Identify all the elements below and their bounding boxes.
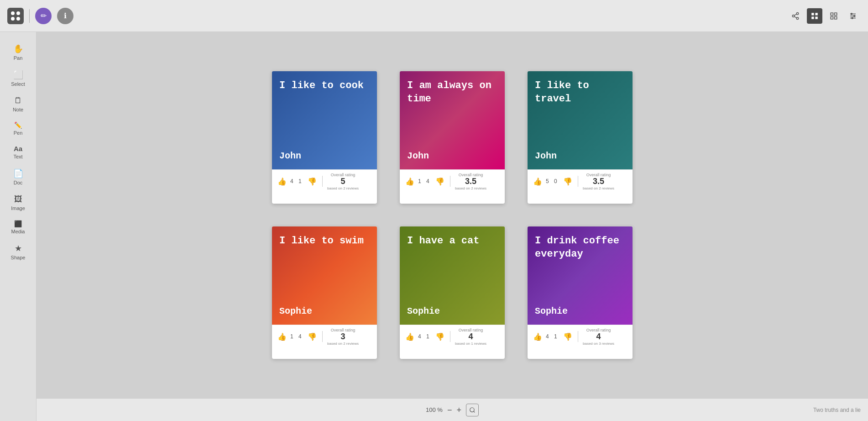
thumbs-up-count: 5 xyxy=(546,178,551,184)
sidebar: ✋ Pan ⬜ Select 🗒 Note ✏️ Pen Aa Text 📄 D… xyxy=(0,32,37,421)
footer-divider xyxy=(322,331,323,342)
doc-icon: 📄 xyxy=(13,168,23,179)
thumbs-up-button[interactable]: 👍 xyxy=(277,176,288,187)
svg-point-17 xyxy=(854,15,855,16)
thumbs-down-button[interactable]: 👎 xyxy=(562,176,573,187)
sidebar-item-note[interactable]: 🗒 Note xyxy=(4,93,33,115)
app-logo[interactable] xyxy=(7,8,24,24)
sidebar-label-shape: Shape xyxy=(11,255,26,260)
thumbs-up-button[interactable]: 👍 xyxy=(404,332,415,342)
card-image: I have a cat Sophie xyxy=(400,226,505,325)
svg-rect-5 xyxy=(811,13,814,15)
card-author: Sophie xyxy=(407,306,497,316)
share-button[interactable] xyxy=(788,8,803,24)
info-icon[interactable]: ℹ xyxy=(57,8,73,24)
rating-value: 3.5 xyxy=(465,177,476,186)
svg-point-16 xyxy=(851,13,852,15)
card-image: I am always on time John xyxy=(400,71,505,169)
sidebar-item-pen[interactable]: ✏️ Pen xyxy=(4,119,33,138)
thumbs-down-button[interactable]: 👎 xyxy=(307,332,318,342)
card-footer: 👍 4 1 👎 Overall rating 5 based on 2 revi… xyxy=(272,169,377,193)
image-icon: 🖼 xyxy=(14,195,22,204)
card-image: I like to cook John xyxy=(272,71,377,169)
card-image: I like to travel John xyxy=(528,71,633,169)
top-bar-right xyxy=(788,8,861,24)
sidebar-label-pan: Pan xyxy=(14,55,23,61)
settings-button[interactable] xyxy=(845,8,861,24)
card-footer: 👍 4 1 👎 Overall rating 4 based on 1 revi… xyxy=(400,325,505,348)
rating-block: Overall rating 4 based on 1 reviews xyxy=(455,328,486,346)
card-title: I like to cook xyxy=(279,79,370,93)
logo-dot xyxy=(16,11,20,15)
sidebar-item-shape[interactable]: ★ Shape xyxy=(4,241,33,263)
card-card-1[interactable]: I like to cook John 👍 4 1 👎 Overall rati… xyxy=(272,71,377,204)
zoom-in-button[interactable]: + xyxy=(456,406,461,414)
svg-point-18 xyxy=(852,17,853,19)
footer-divider xyxy=(450,176,450,187)
thumbs-up-button[interactable]: 👍 xyxy=(532,176,543,187)
rating-reviews: based on 1 reviews xyxy=(455,342,486,346)
zoom-out-button[interactable]: − xyxy=(447,406,452,414)
rating-block: Overall rating 4 based on 3 reviews xyxy=(583,328,614,346)
rating-reviews: based on 2 reviews xyxy=(327,342,359,346)
logo-dot xyxy=(16,17,20,21)
footer-divider xyxy=(578,176,578,187)
card-title: I like to travel xyxy=(535,79,625,105)
pan-icon: ✋ xyxy=(13,44,23,54)
thumbs-down-button[interactable]: 👎 xyxy=(562,332,573,342)
thumbs-down-button[interactable]: 👎 xyxy=(434,332,445,342)
thumbs-up-count: 4 xyxy=(418,333,424,340)
thumbs-up-count: 4 xyxy=(546,333,551,340)
sidebar-item-media[interactable]: ⬛ Media xyxy=(4,217,33,237)
thumbs-up-button[interactable]: 👍 xyxy=(277,332,288,342)
card-author: Sophie xyxy=(279,306,370,316)
note-icon: 🗒 xyxy=(14,96,22,105)
thumbs-down-button[interactable]: 👎 xyxy=(307,176,318,187)
sidebar-item-image[interactable]: 🖼 Image xyxy=(4,192,33,214)
card-image: I drink coffee everyday Sophie xyxy=(528,226,633,325)
cards-grid: I like to cook John 👍 4 1 👎 Overall rati… xyxy=(272,71,633,359)
app-title-label: Two truths and a lie xyxy=(813,407,861,413)
sidebar-label-image: Image xyxy=(11,205,25,211)
svg-point-2 xyxy=(796,17,799,20)
card-card-3[interactable]: I like to travel John 👍 5 0 👎 Overall ra… xyxy=(528,71,633,204)
svg-rect-6 xyxy=(816,13,818,15)
pen-icon: ✏️ xyxy=(14,121,22,129)
card-card-2[interactable]: I am always on time John 👍 1 4 👎 Overall… xyxy=(400,71,505,204)
card-title: I have a cat xyxy=(407,235,497,248)
rating-value: 3 xyxy=(340,332,345,342)
sidebar-label-media: Media xyxy=(11,229,25,234)
sidebar-item-text[interactable]: Aa Text xyxy=(4,142,33,162)
card-footer: 👍 1 4 👎 Overall rating 3 based on 2 revi… xyxy=(272,325,377,348)
svg-point-19 xyxy=(470,407,474,411)
card-image: I like to swim Sophie xyxy=(272,226,377,325)
rating-reviews: based on 2 reviews xyxy=(455,186,486,190)
card-author: John xyxy=(407,151,497,161)
card-card-5[interactable]: I have a cat Sophie 👍 4 1 👎 Overall rati… xyxy=(400,226,505,359)
thumbs-up-button[interactable]: 👍 xyxy=(404,176,415,187)
thumbs-down-count: 4 xyxy=(426,178,432,184)
thumbs-down-button[interactable]: 👎 xyxy=(434,176,445,187)
thumbs-up-count: 4 xyxy=(290,178,296,184)
top-bar: ✏ ℹ xyxy=(0,0,868,32)
divider xyxy=(29,9,30,23)
top-bar-left: ✏ ℹ xyxy=(7,8,73,24)
card-card-6[interactable]: I drink coffee everyday Sophie 👍 4 1 👎 O… xyxy=(528,226,633,359)
sidebar-item-doc[interactable]: 📄 Doc xyxy=(4,166,33,188)
sidebar-label-note: Note xyxy=(13,107,23,112)
select-icon: ⬜ xyxy=(13,70,23,80)
sidebar-item-pan[interactable]: ✋ Pan xyxy=(4,41,33,63)
thumbs-up-button[interactable]: 👍 xyxy=(532,332,543,342)
media-icon: ⬛ xyxy=(14,220,22,227)
user-avatar-purple[interactable]: ✏ xyxy=(35,8,52,24)
zoom-fit-button[interactable] xyxy=(466,404,479,416)
grid-view-button[interactable] xyxy=(807,8,822,24)
logo-dot xyxy=(11,17,15,21)
card-footer: 👍 1 4 👎 Overall rating 3.5 based on 2 re… xyxy=(400,169,505,193)
canvas-area: I like to cook John 👍 4 1 👎 Overall rati… xyxy=(37,32,868,398)
sidebar-item-select[interactable]: ⬜ Select xyxy=(4,67,33,89)
rating-value: 3.5 xyxy=(593,177,604,186)
text-icon: Aa xyxy=(14,145,22,153)
card-card-4[interactable]: I like to swim Sophie 👍 1 4 👎 Overall ra… xyxy=(272,226,377,359)
list-view-button[interactable] xyxy=(826,8,842,24)
